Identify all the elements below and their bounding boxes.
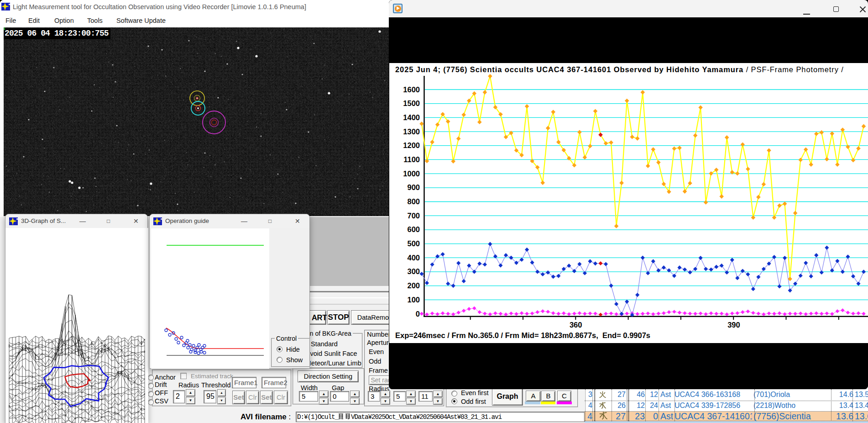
svg-text:500: 500 [407,239,420,248]
svg-text:100: 100 [407,296,420,304]
svg-text:1600: 1600 [403,85,420,94]
svg-text:1000: 1000 [403,169,420,178]
svg-text:400: 400 [407,254,420,262]
svg-text:1500: 1500 [403,99,420,107]
svg-text:1300: 1300 [403,127,420,136]
svg-text:2025 Jun 4; (7756) Scientia oc: 2025 Jun 4; (7756) Scientia occults UCAC… [395,65,844,74]
svg-text:1100: 1100 [403,155,420,164]
svg-text:360: 360 [570,321,582,329]
svg-text:1200: 1200 [403,141,420,149]
svg-text:200: 200 [407,281,420,290]
svg-text:1400: 1400 [403,113,420,122]
svg-text:900: 900 [407,183,420,191]
svg-text:Exp=246msec / Frm No.365.0 / F: Exp=246msec / Frm No.365.0 / Frm Mid= 18… [395,331,650,339]
svg-text:800: 800 [407,197,420,206]
svg-text:700: 700 [407,212,420,220]
svg-text:390: 390 [727,321,740,329]
svg-text:600: 600 [407,225,420,233]
svg-text:0: 0 [416,310,420,318]
svg-text:300: 300 [407,267,420,275]
